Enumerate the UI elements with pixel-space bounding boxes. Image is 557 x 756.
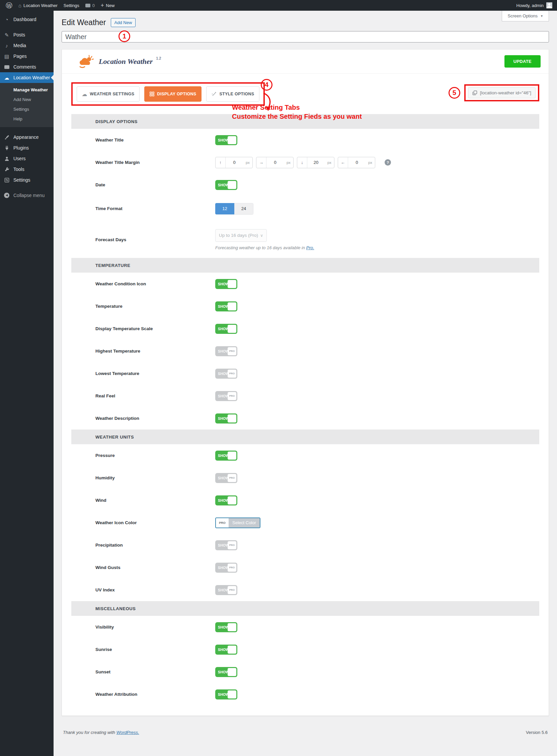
setting-label: Time Format — [95, 206, 215, 211]
submenu-help[interactable]: Help — [0, 114, 54, 124]
submenu-manage-weather[interactable]: Manage Weather — [0, 85, 54, 95]
wrench-icon — [3, 167, 10, 172]
highest-temperature-toggle-pro[interactable]: SHOWPRO — [215, 346, 237, 356]
wordpress-logo-icon[interactable]: Ⓦ — [3, 0, 16, 11]
sidebar-item-location-weather[interactable]: ☁ Location Weather — [0, 72, 54, 83]
screen-options-button[interactable]: Screen Options ▼ — [502, 11, 549, 22]
dashboard-icon: ◔ — [3, 17, 10, 22]
condition-icon-toggle[interactable]: SHOW — [215, 279, 237, 289]
pro-badge: PRO — [228, 392, 236, 400]
lowest-temperature-toggle-pro[interactable]: SHOWPRO — [215, 369, 237, 379]
shortcode-copy-button[interactable]: [location-weather id="46"] — [468, 87, 535, 98]
setting-label: Weather Title Margin — [95, 160, 215, 165]
margin-left-input[interactable]: ← 0 px — [338, 157, 375, 168]
tab-display-options[interactable]: DISPLAY OPTIONS — [144, 86, 202, 102]
cloud-gear-icon: ☁ — [82, 92, 87, 97]
row-precipitation: Precipitation SHOWPRO — [71, 534, 539, 556]
uv-index-toggle-pro[interactable]: SHOWPRO — [215, 585, 237, 595]
weather-title-toggle[interactable]: SHOW — [215, 135, 237, 145]
row-real-feel: Real Feel SHOWPRO — [71, 385, 539, 407]
user-icon — [3, 156, 10, 161]
sidebar-item-plugins[interactable]: Plugins — [0, 143, 54, 153]
location-weather-logo-icon — [78, 55, 95, 68]
collapse-menu[interactable]: ◀ Collapse menu — [0, 190, 54, 201]
pro-link[interactable]: Pro. — [306, 245, 314, 250]
row-display-temperature-scale: Display Temperature Scale SHOW — [71, 317, 539, 340]
precipitation-toggle-pro[interactable]: SHOWPRO — [215, 540, 237, 550]
sidebar-item-appearance[interactable]: Appearance — [0, 132, 54, 143]
row-visibility: Visibility SHOW — [71, 616, 539, 638]
annotation-circle-5: 5 — [448, 87, 460, 99]
admin-bar-comments[interactable]: 0 — [82, 0, 98, 11]
collapse-arrow-icon: ◀ — [4, 193, 9, 198]
submenu-settings[interactable]: Settings — [0, 104, 54, 114]
wind-toggle[interactable]: SHOW — [215, 496, 237, 505]
setting-label: Weather Condition Icon — [95, 281, 215, 286]
setting-label: Weather Icon Color — [95, 520, 215, 525]
plugin-version: 1.2 — [156, 56, 161, 60]
admin-bar-site-name[interactable]: ⌂ Location Weather — [16, 0, 61, 11]
comments-icon — [3, 65, 10, 69]
sunrise-toggle[interactable]: SHOW — [215, 644, 237, 655]
margin-right-input[interactable]: → 0 px — [256, 157, 294, 168]
select-color-button-pro[interactable]: PRO Select Color — [215, 517, 260, 528]
sidebar-item-pages[interactable]: ▤ Pages — [0, 51, 54, 62]
wordpress-link[interactable]: WordPress. — [116, 730, 139, 735]
submenu-add-new[interactable]: Add New — [0, 95, 54, 104]
margin-top-input[interactable]: ↑ 0 px — [215, 157, 253, 168]
howdy-admin[interactable]: Howdy, admin — [517, 3, 544, 8]
post-title-input[interactable] — [62, 31, 549, 42]
pages-icon: ▤ — [3, 54, 10, 59]
footer-version: Version 5.6 — [526, 730, 548, 735]
plug-icon — [3, 146, 10, 151]
sidebar-item-tools[interactable]: Tools — [0, 164, 54, 175]
margin-bottom-input[interactable]: ↓ 20 px — [297, 157, 334, 168]
time-format-switch: 12 24 — [215, 203, 254, 214]
weather-description-toggle[interactable]: SHOW — [215, 413, 237, 423]
setting-label: Forecast Days — [95, 237, 215, 242]
weather-attribution-toggle[interactable]: SHOW — [215, 689, 237, 699]
temperature-toggle[interactable]: SHOW — [215, 302, 237, 311]
time-format-12[interactable]: 12 — [215, 203, 234, 214]
real-feel-toggle-pro[interactable]: SHOWPRO — [215, 391, 237, 401]
sidebar-item-posts[interactable]: ✎ Posts — [0, 29, 54, 40]
visibility-toggle[interactable]: SHOW — [215, 622, 237, 632]
update-button[interactable]: UPDATE — [504, 55, 540, 68]
forecast-days-select[interactable]: Up to 16 days (Pro) ∨ — [215, 229, 267, 242]
row-pressure: Pressure SHOW — [71, 444, 539, 467]
plus-icon: + — [101, 3, 104, 8]
tab-weather-settings[interactable]: ☁ WEATHER SETTINGS — [77, 86, 140, 102]
annotation-rect-tabs: ☁ WEATHER SETTINGS DISPLAY OPTIONS STYLE… — [71, 82, 265, 106]
sidebar-item-comments[interactable]: Comments — [0, 62, 54, 72]
plugin-name: Location Weather — [99, 57, 153, 66]
row-lowest-temperature: Lowest Temperature SHOWPRO — [71, 362, 539, 385]
wind-gusts-toggle-pro[interactable]: SHOWPRO — [215, 563, 237, 573]
add-new-button[interactable]: Add New — [111, 18, 136, 27]
admin-bar-settings[interactable]: Settings — [61, 0, 82, 11]
avatar[interactable] — [546, 2, 552, 8]
arrow-right-icon: → — [256, 157, 266, 168]
row-sunset: Sunset SHOW — [71, 661, 539, 683]
sidebar-item-users[interactable]: Users — [0, 153, 54, 164]
row-temperature: Temperature SHOW — [71, 295, 539, 317]
humidity-toggle-pro[interactable]: SHOWPRO — [215, 473, 237, 483]
sunset-toggle[interactable]: SHOW — [215, 667, 237, 677]
row-wind: Wind SHOW — [71, 489, 539, 511]
row-highest-temperature: Highest Temperature SHOWPRO — [71, 340, 539, 362]
temperature-scale-toggle[interactable]: SHOW — [215, 324, 237, 334]
admin-bar-new[interactable]: + New — [98, 0, 117, 11]
date-toggle[interactable]: SHOW — [215, 180, 237, 190]
help-icon[interactable]: ? — [385, 159, 391, 165]
time-format-24[interactable]: 24 — [234, 203, 254, 214]
page-title: Edit Weather — [62, 18, 106, 27]
setting-label: Weather Description — [95, 416, 215, 421]
magic-wand-icon — [211, 92, 216, 97]
sidebar-item-dashboard[interactable]: ◔ Dashboard — [0, 14, 54, 25]
tab-style-options[interactable]: STYLE OPTIONS — [206, 86, 259, 102]
sidebar-item-settings[interactable]: Settings — [0, 175, 54, 185]
sidebar-item-media[interactable]: ♪ Media — [0, 40, 54, 51]
pressure-toggle[interactable]: SHOW — [215, 450, 237, 461]
row-sunrise: Sunrise SHOW — [71, 638, 539, 661]
setting-label: Wind Gusts — [95, 565, 215, 570]
comments-count: 0 — [92, 3, 95, 8]
